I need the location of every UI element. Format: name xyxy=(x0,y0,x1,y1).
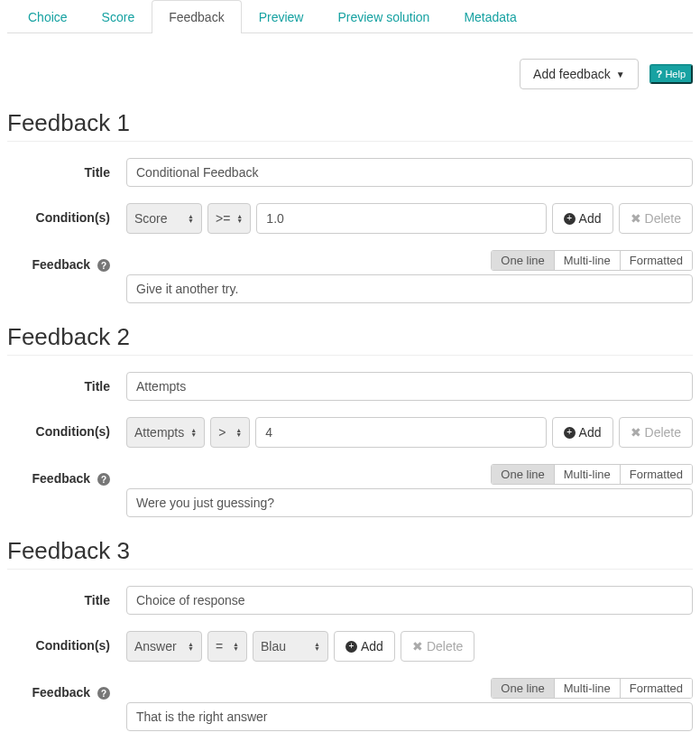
feedback-3-delete-condition-button: ✖ Delete xyxy=(401,631,474,662)
help-hint-icon[interactable]: ? xyxy=(97,259,110,272)
add-label: Add xyxy=(579,425,602,440)
add-label: Add xyxy=(579,211,602,226)
help-hint-icon[interactable]: ? xyxy=(97,473,110,486)
feedback-label-text: Feedback xyxy=(32,471,91,486)
feedback-label: Feedback ? xyxy=(7,678,126,700)
conditions-label: Condition(s) xyxy=(7,417,126,439)
top-actions: Add feedback ▼ ? Help xyxy=(7,33,693,89)
feedback-3-title-input[interactable] xyxy=(126,586,693,615)
sort-icon: ▲▼ xyxy=(233,642,242,651)
feedback-1-mode-toggle: One line Multi-line Formatted xyxy=(491,250,693,271)
feedback-3-condition-op-select[interactable]: = ▲▼ xyxy=(207,631,247,662)
tab-choice[interactable]: Choice xyxy=(11,0,85,33)
feedback-1-title-input[interactable] xyxy=(126,158,693,187)
close-icon: ✖ xyxy=(412,639,423,654)
feedback-1-condition-op-select[interactable]: >= ▲▼ xyxy=(207,203,251,234)
feedback-1-condition-value-input[interactable] xyxy=(256,203,546,234)
tabs-bar: Choice Score Feedback Preview Preview so… xyxy=(7,0,693,33)
feedback-2-delete-condition-button: ✖ Delete xyxy=(619,417,693,448)
feedback-2-mode-toggle: One line Multi-line Formatted xyxy=(491,464,693,485)
plus-icon: + xyxy=(564,213,576,225)
feedback-label: Feedback ? xyxy=(7,464,126,486)
feedback-1-heading: Feedback 1 xyxy=(7,109,693,142)
feedback-label: Feedback ? xyxy=(7,250,126,272)
mode-formatted[interactable]: Formatted xyxy=(621,465,692,484)
close-icon: ✖ xyxy=(631,425,641,440)
title-label: Title xyxy=(7,372,126,394)
mode-multi-line[interactable]: Multi-line xyxy=(555,679,621,698)
select-value: Attempts xyxy=(134,425,184,440)
feedback-label-text: Feedback xyxy=(32,685,91,700)
tab-preview[interactable]: Preview xyxy=(242,0,321,33)
mode-formatted[interactable]: Formatted xyxy=(621,251,692,270)
feedback-2-condition-field-select[interactable]: Attempts ▲▼ xyxy=(126,417,205,448)
feedback-1-condition-field-select[interactable]: Score ▲▼ xyxy=(126,203,202,234)
feedback-3-condition-value-select[interactable]: Blau ▲▼ xyxy=(253,631,328,662)
feedback-3-mode-toggle: One line Multi-line Formatted xyxy=(491,678,693,699)
feedback-1-delete-condition-button: ✖ Delete xyxy=(619,203,693,234)
conditions-label: Condition(s) xyxy=(7,203,126,225)
mode-multi-line[interactable]: Multi-line xyxy=(555,465,621,484)
select-value: Score xyxy=(134,211,168,226)
conditions-label: Condition(s) xyxy=(7,631,126,653)
sort-icon: ▲▼ xyxy=(236,214,245,223)
sort-icon: ▲▼ xyxy=(314,642,323,651)
feedback-3-heading: Feedback 3 xyxy=(7,537,693,570)
title-label: Title xyxy=(7,586,126,607)
title-label: Title xyxy=(7,158,126,180)
mode-multi-line[interactable]: Multi-line xyxy=(555,251,621,270)
mode-one-line[interactable]: One line xyxy=(492,465,554,484)
delete-label: Delete xyxy=(645,211,681,226)
sort-icon: ▲▼ xyxy=(190,428,199,437)
select-value: Answer xyxy=(134,639,177,654)
feedback-label-text: Feedback xyxy=(32,257,91,272)
feedback-3-text-input[interactable] xyxy=(126,702,693,731)
feedback-2-title-input[interactable] xyxy=(126,372,693,401)
help-label: Help xyxy=(665,69,686,79)
feedback-1-text-input[interactable] xyxy=(126,274,693,303)
select-value: > xyxy=(218,425,226,440)
add-feedback-button[interactable]: Add feedback ▼ xyxy=(520,59,639,89)
feedback-2-add-condition-button[interactable]: + Add xyxy=(552,417,613,448)
delete-label: Delete xyxy=(427,639,463,654)
sort-icon: ▲▼ xyxy=(188,642,197,651)
feedback-2-text-input[interactable] xyxy=(126,488,693,517)
tab-feedback[interactable]: Feedback xyxy=(152,0,241,33)
feedback-2-condition-value-input[interactable] xyxy=(255,417,546,448)
tab-metadata[interactable]: Metadata xyxy=(447,0,533,33)
help-hint-icon[interactable]: ? xyxy=(97,687,110,700)
plus-icon: + xyxy=(564,427,576,439)
delete-label: Delete xyxy=(645,425,681,440)
select-value: = xyxy=(216,639,223,654)
help-icon: ? xyxy=(657,69,663,79)
tab-preview-solution[interactable]: Preview solution xyxy=(320,0,447,33)
caret-down-icon: ▼ xyxy=(616,69,625,80)
sort-icon: ▲▼ xyxy=(188,214,197,223)
select-value: >= xyxy=(216,211,230,226)
tab-score[interactable]: Score xyxy=(85,0,152,33)
plus-icon: + xyxy=(345,641,357,653)
feedback-1-add-condition-button[interactable]: + Add xyxy=(552,203,613,234)
close-icon: ✖ xyxy=(631,211,641,226)
mode-one-line[interactable]: One line xyxy=(492,251,554,270)
mode-one-line[interactable]: One line xyxy=(492,679,554,698)
feedback-3-condition-field-select[interactable]: Answer ▲▼ xyxy=(126,631,202,662)
add-feedback-label: Add feedback xyxy=(533,66,611,82)
select-value: Blau xyxy=(261,639,286,654)
help-button[interactable]: ? Help xyxy=(649,64,693,84)
feedback-2-heading: Feedback 2 xyxy=(7,323,693,356)
feedback-2-condition-op-select[interactable]: > ▲▼ xyxy=(210,417,250,448)
feedback-3-add-condition-button[interactable]: + Add xyxy=(334,631,395,662)
sort-icon: ▲▼ xyxy=(235,428,244,437)
mode-formatted[interactable]: Formatted xyxy=(621,679,692,698)
add-label: Add xyxy=(361,639,383,654)
